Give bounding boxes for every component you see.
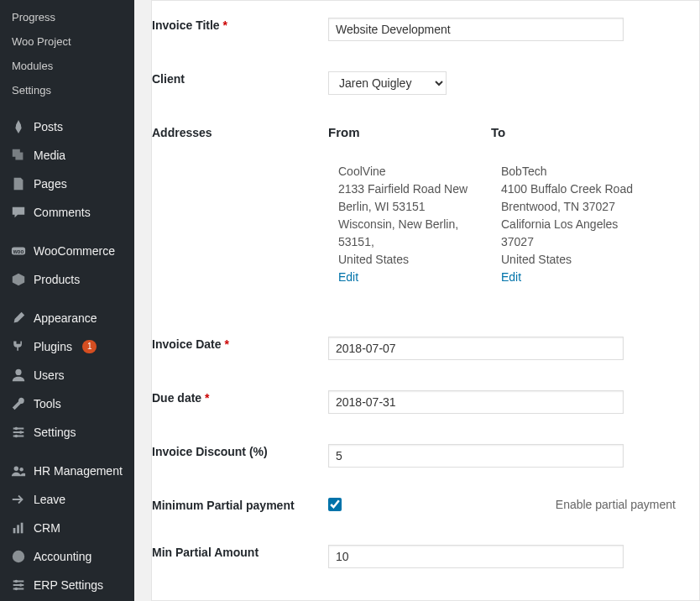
address-to-heading: To — [491, 125, 634, 139]
label-discount: Invoice Discount (%) — [152, 444, 328, 461]
svg-point-14 — [15, 588, 18, 591]
address-to-body: BobTech 4100 Buffalo Creek Road Brentwoo… — [491, 163, 634, 286]
svg-point-11 — [13, 551, 24, 562]
sidebar-item-label: Posts — [34, 120, 63, 133]
sidebar-item-label: Pages — [34, 177, 67, 191]
sidebar-item-label: Settings — [34, 426, 76, 439]
sidebar-item-label: Users — [34, 368, 65, 382]
users-icon — [10, 463, 27, 478]
svg-rect-10 — [21, 523, 24, 534]
row-discount: Invoice Discount (%) — [152, 444, 679, 468]
min-partial-checkbox[interactable] — [328, 498, 342, 511]
sidebar-item-label: Media — [34, 149, 65, 162]
edit-from-link[interactable]: Edit — [338, 270, 358, 284]
svg-point-4 — [19, 431, 23, 434]
sidebar-item-woocommerce[interactable]: woo WooCommerce — [0, 237, 134, 265]
label-min-partial: Minimum Partial payment — [152, 498, 328, 515]
min-partial-amount-input[interactable] — [328, 545, 624, 568]
svg-point-12 — [15, 580, 18, 583]
wrench-icon — [10, 396, 27, 411]
sidebar-item-users[interactable]: Users — [0, 361, 134, 389]
invoice-title-input[interactable] — [328, 18, 624, 41]
svg-point-2 — [15, 369, 21, 375]
media-icon — [10, 148, 27, 163]
required-mark: * — [223, 18, 227, 32]
user-icon — [10, 368, 27, 383]
discount-input[interactable] — [328, 444, 624, 468]
sidebar-item-leave[interactable]: Leave — [0, 485, 134, 514]
row-min-partial-amount: Min Partial Amount — [152, 545, 679, 568]
sidebar-subgroup: Progress Woo Project Modules Settings — [0, 0, 134, 107]
sidebar-item-label: WooCommerce — [34, 244, 115, 258]
label-invoice-date: Invoice Date * — [152, 337, 328, 353]
sidebar-item-hr[interactable]: HR Management — [0, 457, 134, 485]
row-invoice-title: Invoice Title * — [152, 18, 679, 41]
sidebar-item-label: Leave — [34, 493, 65, 506]
row-due-date: Due date * — [152, 390, 679, 414]
sidebar-item-label: ERP Settings — [34, 578, 103, 592]
sidebar-item-products[interactable]: Products — [0, 265, 134, 294]
arrow-icon — [10, 492, 27, 507]
plug-icon — [10, 339, 27, 354]
pin-icon — [10, 119, 27, 134]
sidebar-item-plugins[interactable]: Plugins 1 — [0, 332, 134, 361]
row-client: Client Jaren Quigley — [152, 71, 679, 95]
page-icon — [10, 176, 27, 191]
row-addresses: Addresses From CoolVine 2133 Fairfield R… — [152, 125, 679, 286]
svg-point-5 — [15, 435, 18, 438]
sidebar-item-crm[interactable]: CRM — [0, 514, 134, 542]
label-due-date: Due date * — [152, 390, 328, 407]
sidebar-item-comments[interactable]: Comments — [0, 198, 134, 227]
address-from-heading: From — [328, 125, 471, 139]
sidebar-item-media[interactable]: Media — [0, 141, 134, 170]
sidebar-sub-settings[interactable]: Settings — [0, 78, 134, 102]
label-invoice-title: Invoice Title * — [152, 18, 328, 34]
due-date-input[interactable] — [328, 390, 624, 414]
label-client: Client — [152, 71, 328, 88]
address-from: From CoolVine 2133 Fairfield Road New Be… — [328, 125, 471, 286]
brush-icon — [10, 311, 27, 326]
row-min-partial: Minimum Partial payment Enable partial p… — [152, 498, 679, 515]
sidebar-group-woo: woo WooCommerce Products — [0, 232, 134, 299]
invoice-date-input[interactable] — [328, 337, 624, 360]
sidebar-sub-progress[interactable]: Progress — [0, 5, 134, 29]
sidebar-item-accounting[interactable]: Accounting — [0, 542, 134, 571]
sidebar-item-posts[interactable]: Posts — [0, 112, 134, 141]
required-mark: * — [205, 391, 209, 405]
sidebar-group-content: Posts Media Pages Comments — [0, 107, 134, 232]
update-badge: 1 — [82, 340, 97, 353]
sidebar-item-label: Comments — [34, 206, 91, 219]
sidebar-item-label: Tools — [34, 397, 61, 410]
address-columns: From CoolVine 2133 Fairfield Road New Be… — [328, 125, 679, 286]
row-invoice-date: Invoice Date * — [152, 337, 679, 360]
sidebar-item-label: Accounting — [34, 550, 91, 563]
sidebar-item-erp-settings[interactable]: ERP Settings — [0, 571, 134, 599]
required-mark: * — [224, 337, 228, 351]
sidebar-item-tools[interactable]: Tools — [0, 389, 134, 418]
min-partial-hint: Enable partial payment — [556, 498, 679, 511]
main-content: Invoice Title * Client Jaren Quigley Add… — [134, 0, 700, 601]
sidebar-sub-modules[interactable]: Modules — [0, 54, 134, 78]
sidebar-item-appearance[interactable]: Appearance — [0, 304, 134, 332]
client-select[interactable]: Jaren Quigley — [328, 71, 447, 95]
sidebar-item-label: CRM — [34, 521, 60, 535]
label-addresses: Addresses — [152, 125, 328, 142]
invoice-form-panel: Invoice Title * Client Jaren Quigley Add… — [151, 0, 700, 601]
sidebar-group-admin: Appearance Plugins 1 Users Tools Setting… — [0, 299, 134, 452]
svg-point-7 — [19, 468, 24, 472]
edit-to-link[interactable]: Edit — [501, 270, 521, 284]
sidebar-item-settings[interactable]: Settings — [0, 418, 134, 447]
admin-sidebar: Progress Woo Project Modules Settings Po… — [0, 0, 134, 601]
svg-point-13 — [19, 583, 23, 587]
box-icon — [10, 272, 27, 287]
svg-point-6 — [14, 467, 18, 471]
sidebar-item-label: HR Management — [34, 464, 123, 478]
sidebar-item-label: Products — [34, 273, 80, 286]
sidebar-group-erp: HR Management Leave CRM Accounting ERP S… — [0, 452, 134, 601]
label-min-partial-amount: Min Partial Amount — [152, 545, 328, 562]
sliders-icon — [10, 425, 27, 440]
svg-rect-9 — [17, 525, 19, 533]
sidebar-sub-woo-project[interactable]: Woo Project — [0, 29, 134, 54]
chart-icon — [10, 520, 27, 536]
sidebar-item-pages[interactable]: Pages — [0, 170, 134, 198]
